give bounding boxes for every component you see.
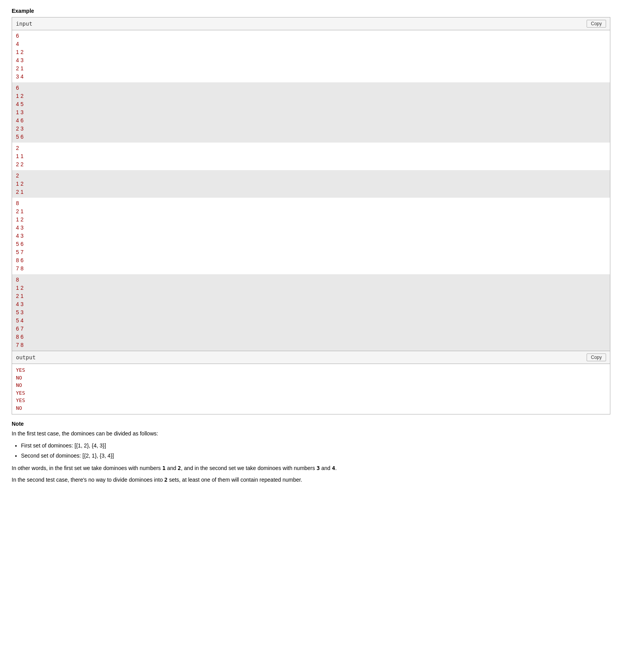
note-paragraph1: In other words, in the first set we take… — [12, 464, 610, 472]
code-line: 2 1 — [16, 207, 606, 216]
code-line: 2 1 — [16, 188, 606, 196]
output-copy-button[interactable]: Copy — [587, 353, 606, 361]
code-line: 2 3 — [16, 125, 606, 133]
code-line: 4 3 — [16, 56, 606, 64]
code-line: 4 3 — [16, 232, 606, 240]
output-line: YES — [16, 389, 606, 397]
note-bullet: First set of dominoes: [{1, 2}, {4, 3}] — [21, 441, 610, 451]
code-line: 4 6 — [16, 117, 606, 125]
input-header: input Copy — [12, 17, 610, 30]
input-block-1: 61 24 51 34 62 35 6 — [12, 82, 610, 143]
note-paragraph2: In the second test case, there's no way … — [12, 475, 610, 484]
code-line: 6 — [16, 84, 606, 92]
note-section: Note In the first test case, the dominoe… — [12, 421, 610, 484]
code-line: 4 — [16, 40, 606, 48]
example-section: Example input Copy 641 24 32 13 461 24 5… — [12, 8, 610, 484]
code-line: 6 — [16, 32, 606, 40]
code-line: 2 2 — [16, 160, 606, 169]
inline-code-4: 4 — [332, 465, 335, 471]
code-line: 8 6 — [16, 333, 606, 341]
code-line: 4 5 — [16, 100, 606, 108]
note-intro: In the first test case, the dominoes can… — [12, 429, 610, 438]
inline-code-1: 1 — [162, 465, 166, 471]
output-content: YESNONOYESYESNO — [12, 364, 610, 414]
code-line: 1 1 — [16, 152, 606, 160]
note-bullets-list: First set of dominoes: [{1, 2}, {4, 3}]S… — [21, 441, 610, 460]
input-container: input Copy 641 24 32 13 461 24 51 34 62 … — [12, 17, 610, 351]
output-line: NO — [16, 381, 606, 389]
code-line: 1 2 — [16, 180, 606, 188]
code-line: 3 4 — [16, 73, 606, 81]
output-line: YES — [16, 397, 606, 404]
output-line: YES — [16, 366, 606, 374]
input-block-0: 641 24 32 13 4 — [12, 30, 610, 82]
output-label: output — [16, 354, 36, 360]
note-bullet: Second set of dominoes: [{2, 1}, {3, 4}] — [21, 451, 610, 461]
input-copy-button[interactable]: Copy — [587, 20, 606, 28]
input-block-4: 82 11 24 34 35 65 78 67 8 — [12, 198, 610, 274]
input-block-5: 81 22 14 35 35 46 78 67 8 — [12, 274, 610, 351]
code-line: 8 — [16, 276, 606, 284]
input-block-2: 21 12 2 — [12, 143, 610, 170]
code-line: 1 3 — [16, 108, 606, 117]
code-line: 6 7 — [16, 325, 606, 333]
code-line: 1 2 — [16, 284, 606, 292]
input-body: 641 24 32 13 461 24 51 34 62 35 621 12 2… — [12, 30, 610, 351]
code-line: 2 — [16, 144, 606, 152]
code-line: 1 2 — [16, 48, 606, 56]
code-line: 1 2 — [16, 92, 606, 100]
code-line: 2 — [16, 172, 606, 180]
output-header: output Copy — [12, 351, 610, 364]
code-line: 2 1 — [16, 64, 606, 73]
output-line: NO — [16, 404, 606, 412]
code-line: 5 6 — [16, 133, 606, 141]
example-title: Example — [12, 8, 610, 14]
inline-code-5: 2 — [164, 477, 168, 483]
code-line: 5 4 — [16, 317, 606, 325]
code-line: 1 2 — [16, 216, 606, 224]
input-block-3: 21 22 1 — [12, 170, 610, 198]
inline-code-2: 2 — [178, 465, 181, 471]
note-title: Note — [12, 421, 610, 427]
code-line: 4 3 — [16, 224, 606, 232]
output-line: NO — [16, 374, 606, 382]
code-line: 7 8 — [16, 265, 606, 273]
code-line: 8 6 — [16, 256, 606, 265]
code-line: 5 7 — [16, 248, 606, 256]
code-line: 2 1 — [16, 292, 606, 300]
inline-code-3: 3 — [316, 465, 320, 471]
code-line: 5 3 — [16, 308, 606, 317]
code-line: 5 6 — [16, 240, 606, 248]
code-line: 7 8 — [16, 341, 606, 349]
input-label: input — [16, 21, 32, 27]
code-line: 8 — [16, 199, 606, 207]
output-container: output Copy YESNONOYESYESNO — [12, 351, 610, 414]
code-line: 4 3 — [16, 300, 606, 308]
